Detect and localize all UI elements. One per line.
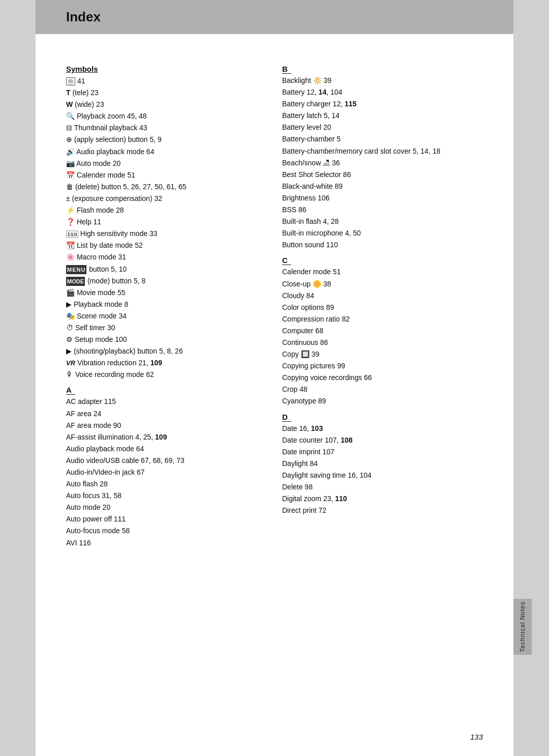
- b-entry-6: Battery-chamber 5: [282, 133, 483, 145]
- b-entry-2: Battery 12, 14, 104: [282, 86, 483, 98]
- right-column: B Backlight 🔆 39 Battery 12, 14, 104 Bat…: [282, 60, 483, 549]
- d-entry-6: Delete 98: [282, 481, 483, 493]
- d-entry-5: Daylight saving time 16, 104: [282, 470, 483, 481]
- sym-entry-16: 🌸 Macro mode 31: [66, 251, 267, 263]
- letter-b: B: [282, 65, 291, 74]
- symbols-heading: Symbols: [66, 65, 267, 73]
- sym-entry-vr: VR Vibration reduction 21, 109: [66, 357, 267, 369]
- c-entry-4: Color options 89: [282, 302, 483, 313]
- c-entry-9: Copying pictures 99: [282, 360, 483, 372]
- menu-icon: MENU: [66, 265, 86, 274]
- b-entry-10: Black-and-white 89: [282, 181, 483, 192]
- mode-icon: MODE: [66, 277, 85, 286]
- sym-entry-18: ▶ Playback mode 8: [66, 299, 267, 310]
- left-column: Symbols ㊞ 41 T (tele) 23 W (wide) 23 🔍 P…: [66, 60, 267, 549]
- sym-entry-9: 📅 Calender mode 51: [66, 169, 267, 181]
- letter-a: A: [66, 386, 75, 395]
- iso-icon: iso: [66, 230, 78, 238]
- vr-icon: VR: [66, 359, 75, 367]
- a-entry-3: AF area mode 90: [66, 420, 267, 431]
- a-entry-8: Auto flash 28: [66, 478, 267, 490]
- d-entry-1: Date 16, 103: [282, 423, 483, 434]
- page-title: Index: [66, 9, 483, 25]
- sym-entry-8: 📷 Auto mode 20: [66, 158, 267, 169]
- a-entry-11: Auto power off 111: [66, 513, 267, 525]
- b-entry-11: Brightness 106: [282, 192, 483, 204]
- sym-entry-2: T (tele) 23: [66, 87, 267, 99]
- c-entry-6: Computer 68: [282, 325, 483, 337]
- sym-entry-10: 🗑 (delete) button 5, 26, 27, 50, 61, 65: [66, 181, 267, 193]
- c-entry-11: Crop 48: [282, 384, 483, 395]
- a-entry-4: AF-assist illumination 4, 25, 109: [66, 431, 267, 443]
- sym-entry-mode: MODE (mode) button 5, 8: [66, 275, 267, 287]
- sym-entry-6: ⊕ (apply selection) button 5, 9: [66, 134, 267, 146]
- sym-entry-3: W (wide) 23: [66, 99, 267, 110]
- sym-entry-14: iso High sensitivity mode 33: [66, 228, 267, 240]
- b-entry-13: Built-in flash 4, 28: [282, 216, 483, 227]
- c-entry-2: Close-up 🌼 38: [282, 278, 483, 290]
- a-entry-9: Auto focus 31, 58: [66, 490, 267, 502]
- side-tab-label: Technical Notes: [519, 601, 526, 652]
- a-entry-10: Auto mode 20: [66, 502, 267, 513]
- page-content: Symbols ㊞ 41 T (tele) 23 W (wide) 23 🔍 P…: [36, 34, 513, 756]
- a-entry-7: Audio-in/Video-in jack 67: [66, 467, 267, 478]
- sym-entry-1: ㊞ 41: [66, 75, 267, 87]
- d-entry-8: Direct print 72: [282, 505, 483, 516]
- c-entry-7: Continuous 86: [282, 337, 483, 348]
- b-entry-9: Best Shot Selector 86: [282, 169, 483, 181]
- page-number: 133: [470, 733, 483, 741]
- c-entry-3: Cloudy 84: [282, 290, 483, 302]
- b-entry-3: Battery charger 12, 115: [282, 98, 483, 110]
- b-entry-14: Built-in microphone 4, 50: [282, 227, 483, 239]
- sym-entry-19: 🎭 Scene mode 34: [66, 310, 267, 322]
- header-bar: Index: [36, 0, 513, 34]
- a-entry-12: Auto-focus mode 58: [66, 525, 267, 537]
- a-entry-5: Audio playback mode 64: [66, 443, 267, 455]
- b-entry-5: Battery level 20: [282, 122, 483, 133]
- b-entry-8: Beach/snow 🏖 36: [282, 157, 483, 169]
- b-entry-4: Battery latch 5, 14: [282, 110, 483, 122]
- sym-entry-22: ▶ (shooting/playback) button 5, 8, 26: [66, 345, 267, 357]
- sym-entry-menu: MENU button 5, 10: [66, 264, 267, 275]
- sym-icon-1: ㊞: [66, 77, 75, 85]
- c-entry-5: Compression ratio 82: [282, 313, 483, 325]
- sym-entry-15: 📆 List by date mode 52: [66, 240, 267, 251]
- sym-entry-11: ± (exposure compensation) 32: [66, 193, 267, 205]
- d-entry-2: Date counter 107, 108: [282, 434, 483, 446]
- c-entry-12: Cyanotype 89: [282, 395, 483, 407]
- a-entry-2: AF area 24: [66, 408, 267, 420]
- sym-entry-20: ⏱ Self timer 30: [66, 322, 267, 334]
- letter-d: D: [282, 413, 291, 422]
- c-entry-1: Calender mode 51: [282, 266, 483, 278]
- d-entry-7: Digital zoom 23, 110: [282, 493, 483, 505]
- sym-entry-4: 🔍 Playback zoom 45, 48: [66, 110, 267, 122]
- c-entry-8: Copy 🔲 39: [282, 348, 483, 360]
- sym-entry-12: ⚡ Flash mode 28: [66, 205, 267, 216]
- d-entry-3: Date imprint 107: [282, 446, 483, 458]
- sym-entry-21: ⚙ Setup mode 100: [66, 334, 267, 345]
- sym-entry-13: ❓ Help 11: [66, 216, 267, 228]
- sym-entry-7: 🔊 Audio playback mode 64: [66, 146, 267, 158]
- b-entry-15: Button sound 110: [282, 239, 483, 251]
- sym-entry-17: 🎬 Movie mode 55: [66, 287, 267, 299]
- b-entry-1: Backlight 🔆 39: [282, 75, 483, 86]
- a-entry-6: Audio video/USB cable 67, 68, 69, 73: [66, 455, 267, 467]
- a-entry-1: AC adapter 115: [66, 396, 267, 408]
- side-tab: Technical Notes: [513, 599, 532, 655]
- b-entry-7: Battery-chamber/memory card slot cover 5…: [282, 146, 483, 157]
- c-entry-10: Copying voice recordings 66: [282, 372, 483, 384]
- letter-c: C: [282, 256, 291, 265]
- d-entry-4: Daylight 84: [282, 458, 483, 470]
- sym-entry-23: 🎙 Voice recording mode 62: [66, 369, 267, 381]
- avi-entry: AVI 116: [66, 537, 267, 549]
- b-entry-12: BSS 86: [282, 204, 483, 216]
- sym-entry-5: ⊟ Thumbnail playback 43: [66, 122, 267, 134]
